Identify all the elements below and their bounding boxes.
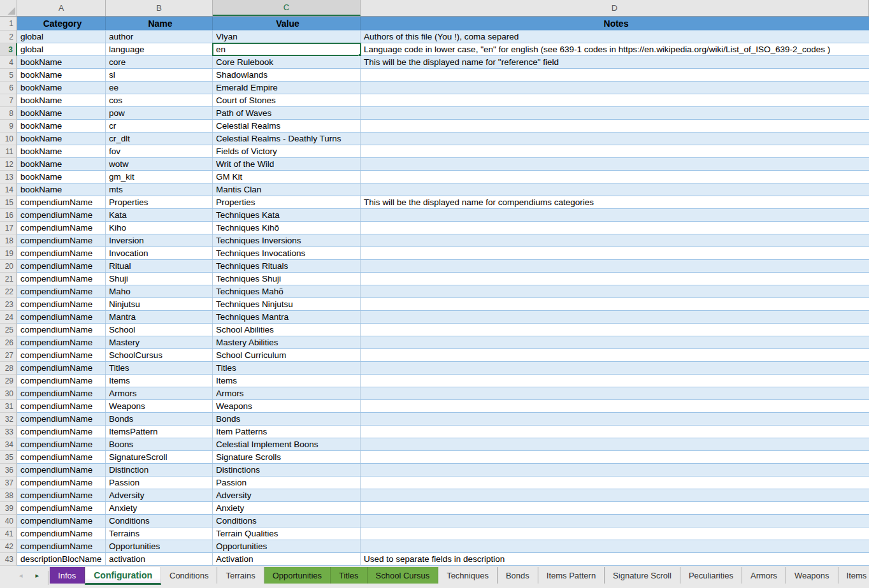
tab-scroll-left-icon[interactable]: ◂ <box>19 572 23 579</box>
row-number[interactable]: 39 <box>0 502 17 515</box>
cell-category[interactable]: compendiumName <box>17 489 106 501</box>
cell-category[interactable]: compendiumName <box>17 387 106 399</box>
cell-value[interactable]: Activation <box>213 553 361 565</box>
cell-name[interactable]: gm_kit <box>106 171 213 183</box>
cell-notes[interactable] <box>361 311 869 323</box>
row-number[interactable]: 23 <box>0 298 17 311</box>
row-number[interactable]: 5 <box>0 69 17 82</box>
cell-name[interactable]: Kata <box>106 209 213 221</box>
cell-notes[interactable] <box>361 94 869 106</box>
row-number[interactable]: 26 <box>0 336 17 349</box>
cell-name[interactable]: Opportunities <box>106 540 213 552</box>
cell-value[interactable]: Item Patterns <box>213 426 361 438</box>
cell-name[interactable]: cr_dlt <box>106 133 213 145</box>
cell-notes[interactable] <box>361 209 869 221</box>
table-header-cell[interactable]: Category <box>17 17 106 30</box>
cell-name[interactable]: Adversity <box>106 489 213 501</box>
row-number[interactable]: 36 <box>0 464 17 477</box>
cell-value[interactable]: Properties <box>213 196 361 208</box>
cell-notes[interactable]: Used to separate fields in description <box>361 553 869 565</box>
cell-name[interactable]: Maho <box>106 285 213 298</box>
row-number[interactable]: 14 <box>0 183 17 196</box>
row-number[interactable]: 9 <box>0 120 17 133</box>
row-number[interactable]: 30 <box>0 387 17 400</box>
cell-category[interactable]: compendiumName <box>17 311 106 323</box>
cell-name[interactable]: Conditions <box>106 515 213 527</box>
cell-name[interactable]: Inversion <box>106 234 213 247</box>
cell-notes[interactable] <box>361 183 869 196</box>
cell-notes[interactable] <box>361 145 869 157</box>
cell-category[interactable]: compendiumName <box>17 515 106 527</box>
cell-name[interactable]: cr <box>106 120 213 132</box>
cell-value[interactable]: Fields of Victory <box>213 145 361 157</box>
cell-category[interactable]: compendiumName <box>17 426 106 438</box>
cell-name[interactable]: mts <box>106 183 213 196</box>
cell-value[interactable]: Court of Stones <box>213 94 361 106</box>
column-header-b[interactable]: B <box>106 0 213 16</box>
cell-name[interactable]: core <box>106 56 213 68</box>
cell-value[interactable]: Shadowlands <box>213 69 361 81</box>
cell-name[interactable]: Kiho <box>106 222 213 234</box>
cell-notes[interactable]: This will be the displayed name for "ref… <box>361 56 869 68</box>
cell-value[interactable]: Distinctions <box>213 464 361 476</box>
cell-value[interactable]: Mantis Clan <box>213 183 361 196</box>
cell-category[interactable]: bookName <box>17 82 106 94</box>
cell-name[interactable]: Passion <box>106 477 213 489</box>
cell-value[interactable]: Techniques Mantra <box>213 311 361 323</box>
cell-value[interactable]: Celestial Implement Boons <box>213 438 361 450</box>
row-number[interactable]: 17 <box>0 222 17 234</box>
cell-name[interactable]: ee <box>106 82 213 94</box>
cell-category[interactable]: compendiumName <box>17 336 106 348</box>
row-number[interactable]: 24 <box>0 311 17 324</box>
cell-value[interactable]: Bonds <box>213 413 361 425</box>
sheet-tab-opportunities[interactable]: Opportunities <box>264 567 331 584</box>
sheet-tab-bonds[interactable]: Bonds <box>498 567 538 584</box>
cell-notes[interactable] <box>361 362 869 374</box>
cell-category[interactable]: compendiumName <box>17 349 106 361</box>
cell-value[interactable]: Techniques Invocations <box>213 247 361 259</box>
table-header-cell[interactable]: Value <box>213 17 361 30</box>
cell-name[interactable]: SchoolCursus <box>106 349 213 361</box>
cell-name[interactable]: Distinction <box>106 464 213 476</box>
cell-value[interactable]: Armors <box>213 387 361 399</box>
cell-name[interactable]: Terrains <box>106 527 213 540</box>
row-number[interactable]: 22 <box>0 285 17 298</box>
cell-notes[interactable] <box>361 515 869 527</box>
row-number[interactable]: 25 <box>0 324 17 336</box>
cell-category[interactable]: compendiumName <box>17 273 106 285</box>
cell-category[interactable]: compendiumName <box>17 234 106 247</box>
cell-value[interactable]: Weapons <box>213 400 361 412</box>
cell-category[interactable]: bookName <box>17 158 106 170</box>
cell-category[interactable]: compendiumName <box>17 375 106 387</box>
cell-category[interactable]: bookName <box>17 133 106 145</box>
cell-value[interactable]: Adversity <box>213 489 361 501</box>
row-number[interactable]: 6 <box>0 82 17 94</box>
cell-name[interactable]: Mastery <box>106 336 213 348</box>
cell-notes[interactable] <box>361 260 869 272</box>
cell-name[interactable]: ItemsPattern <box>106 426 213 438</box>
cell-name[interactable]: Invocation <box>106 247 213 259</box>
cell-value[interactable]: GM Kit <box>213 171 361 183</box>
cell-category[interactable]: compendiumName <box>17 400 106 412</box>
cell-value[interactable]: Signature Scrolls <box>213 451 361 463</box>
sheet-tab-armors[interactable]: Armors <box>742 567 786 584</box>
cell-value[interactable]: Techniques Mahõ <box>213 285 361 298</box>
row-number[interactable]: 27 <box>0 349 17 362</box>
cell-notes[interactable] <box>361 336 869 348</box>
sheet-tab-terrains[interactable]: Terrains <box>217 567 264 584</box>
column-header-d[interactable]: D <box>361 0 869 16</box>
column-header-c[interactable]: C <box>213 0 361 16</box>
cell-name[interactable]: Ninjutsu <box>106 298 213 310</box>
cell-name[interactable]: SignatureScroll <box>106 451 213 463</box>
cell-category[interactable]: compendiumName <box>17 464 106 476</box>
row-number[interactable]: 7 <box>0 94 17 107</box>
cell-value[interactable]: Titles <box>213 362 361 374</box>
row-number[interactable]: 16 <box>0 209 17 222</box>
cell-category[interactable]: compendiumName <box>17 502 106 514</box>
cell-category[interactable]: bookName <box>17 120 106 132</box>
sheet-tab-signature-scroll[interactable]: Signature Scroll <box>605 567 680 584</box>
cell-notes[interactable] <box>361 451 869 463</box>
cell-category[interactable]: descriptionBlocName <box>17 553 106 565</box>
sheet-tab-configuration[interactable]: Configuration <box>85 567 161 585</box>
cell-value[interactable]: Terrain Qualities <box>213 527 361 540</box>
